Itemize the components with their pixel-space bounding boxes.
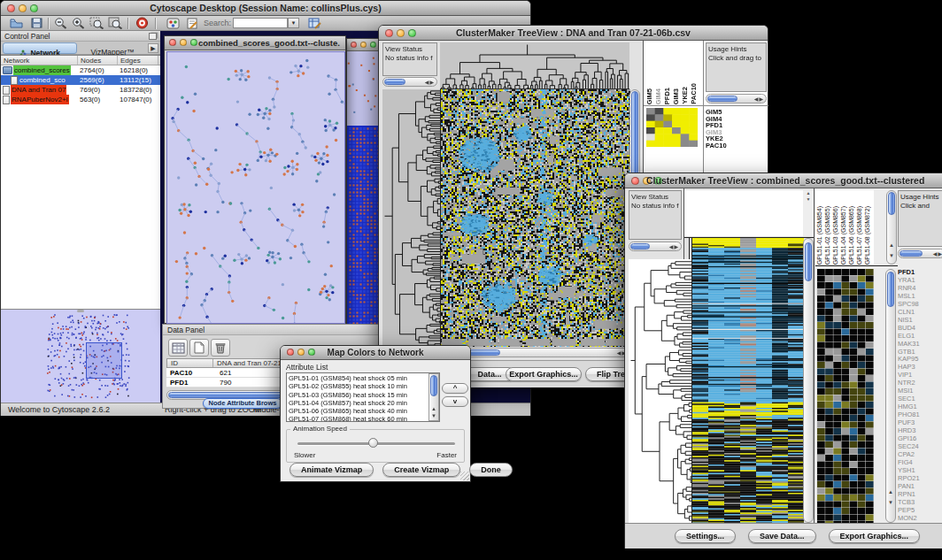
window-controls[interactable] <box>351 42 376 48</box>
treeview2-titlebar[interactable]: ClusterMaker TreeView : combined_scores_… <box>625 173 942 188</box>
scroll-up-icon[interactable]: ▲ <box>429 406 438 412</box>
open-folder-icon[interactable] <box>8 16 25 30</box>
tv1-summary-matrix[interactable] <box>646 108 698 147</box>
scroll-up-icon[interactable]: ▲ <box>886 489 895 495</box>
tv2-status-scrollbar[interactable]: ◀▶ <box>629 242 682 251</box>
zoom-fit-icon[interactable] <box>107 16 124 30</box>
network-row[interactable]: combined_scores 2764(0) 16218(0) <box>1 65 160 75</box>
zoom-selected-icon[interactable] <box>89 16 105 30</box>
treeview1-titlebar[interactable]: ClusterMaker TreeView : DNA and Tran 07-… <box>379 26 768 41</box>
tv2-action-button[interactable]: Settings... <box>675 529 736 543</box>
tv1-status-scrollbar[interactable]: ◀▶ <box>382 77 437 87</box>
move-up-button[interactable]: ^ <box>442 383 468 394</box>
birdseye-overview[interactable] <box>1 309 160 408</box>
tv2-usage-hints-title: Usage Hints <box>900 193 939 201</box>
tab-network[interactable]: Network <box>3 42 77 54</box>
dialog-titlebar[interactable]: Map Colors to Network <box>281 346 470 360</box>
close-icon[interactable] <box>631 177 639 185</box>
tv1-export-graphics-button[interactable]: Export Graphics... <box>506 367 582 381</box>
tv2-gene-list: PFD1YRA1RNR4MSL1SPC98CLN1NIS1BUD4ELG1MAK… <box>898 269 942 523</box>
tab-vizmapper[interactable]: VizMapper™ <box>79 42 146 54</box>
scroll-down-icon[interactable]: ▼ <box>887 253 896 259</box>
network-row-icon <box>3 86 10 95</box>
zoom-out-icon[interactable] <box>52 16 69 30</box>
tv2-col-mini-scroll[interactable]: ▲▼ <box>803 190 814 236</box>
zoom-window-icon[interactable] <box>190 39 197 46</box>
column-label: PAC10 <box>690 83 699 104</box>
attribute-list-item[interactable]: GPL51-03 (GSM856) heat shock 15 min <box>287 391 429 399</box>
scroll-arrows-icon[interactable]: ◀▶ <box>669 243 679 250</box>
float-panel-icon[interactable] <box>149 33 157 40</box>
tab-overflow-icon[interactable]: ▶ <box>148 43 158 53</box>
close-icon[interactable] <box>385 29 393 37</box>
network-row[interactable]: RNAPuberNov2+I 563(0) 107847(0) <box>1 95 160 104</box>
column-label: GPL51-06 (GSM865) <box>847 206 855 265</box>
tv1-column-dendrogram[interactable] <box>440 42 629 89</box>
resize-grip-icon[interactable] <box>460 472 469 480</box>
search-dropdown-button[interactable]: ▼ <box>288 18 299 28</box>
dialog-action-button[interactable]: Done <box>469 463 513 477</box>
network-row[interactable]: DNA and Tran 07 769(0) 183728(0) <box>1 85 160 95</box>
tv2-action-button[interactable]: Save Data... <box>748 529 816 543</box>
attribute-list-item[interactable]: GPL51-04 (GSM857) heat shock 20 min <box>287 399 429 407</box>
main-titlebar[interactable]: Cytoscape Desktop (Session Name: collins… <box>1 1 530 16</box>
vizmapper-icon[interactable] <box>165 16 181 30</box>
column-label: GIM5 <box>645 88 654 104</box>
column-label: GPL51-08 (GSM872) <box>863 206 871 265</box>
network-row[interactable]: combined_sco 2569(6) 13112(15) <box>1 75 160 85</box>
attribute-list-item[interactable]: GPL51-01 (GSM854) heat shock 05 min <box>287 374 429 382</box>
attribute-list-item[interactable]: GPL51-07 (GSM868) heat shock 60 min <box>287 415 429 422</box>
attribute-list-item[interactable]: GPL51-02 (GSM855) heat shock 10 min <box>287 382 429 390</box>
window-controls[interactable] <box>169 39 197 46</box>
scroll-arrows-icon[interactable]: ◀▶ <box>933 250 942 257</box>
control-panel-title: Control Panel <box>4 32 50 41</box>
tv1-heatmap[interactable] <box>440 89 630 347</box>
tv2-heatmap-vscrollbar[interactable] <box>803 238 814 523</box>
network-table-header[interactable]: NetworkNodesEdges <box>1 56 160 65</box>
tv2-collabel-scrollbar[interactable]: ▲▼ <box>886 190 897 265</box>
scroll-arrows-icon[interactable]: ◀▶ <box>754 96 764 103</box>
close-icon[interactable] <box>7 4 15 12</box>
tv2-gene-scrollbar[interactable]: ▲▼ <box>885 269 896 523</box>
dialog-action-button[interactable]: Create Vizmap <box>382 463 460 477</box>
dialog-action-button[interactable]: Animate Vizmap <box>290 463 374 477</box>
panel-resize-grip[interactable] <box>77 310 84 312</box>
attribute-browser-icon[interactable] <box>306 16 323 30</box>
tv2-action-button[interactable]: Export Graphics... <box>829 529 921 543</box>
scroll-up-icon[interactable]: ▲ <box>887 242 896 249</box>
attribute-listbox[interactable]: GPL51-01 (GSM854) heat shock 05 minGPL51… <box>286 372 440 422</box>
delete-trash-icon[interactable] <box>211 339 230 357</box>
help-lifesaver-icon[interactable] <box>134 16 151 30</box>
close-icon[interactable] <box>169 39 176 46</box>
tv1-row-dendrogram[interactable] <box>382 89 440 347</box>
zoom-in-icon[interactable] <box>70 16 87 30</box>
network-canvas[interactable] <box>166 51 345 324</box>
birdseye-canvas[interactable] <box>1 311 158 408</box>
tv2-column-dendrogram-area <box>684 190 803 236</box>
zoom-window-icon[interactable] <box>370 42 376 48</box>
tv2-heatmap[interactable] <box>691 238 804 523</box>
new-file-icon[interactable] <box>189 339 209 357</box>
scroll-arrows-icon[interactable]: ◀▶ <box>425 79 435 86</box>
search-input[interactable] <box>233 18 288 28</box>
scroll-down-icon[interactable]: ▼ <box>886 500 895 506</box>
scroll-down-icon[interactable]: ▼ <box>429 413 438 419</box>
close-icon[interactable] <box>351 42 357 48</box>
node-attribute-browser-button[interactable]: Node Attribute Brows <box>203 398 282 409</box>
tv1-hints-scrollbar[interactable]: ◀▶ <box>706 94 767 104</box>
close-icon[interactable] <box>287 349 294 356</box>
attribute-list-item[interactable]: GPL51-06 (GSM865) heat shock 40 min <box>287 407 429 415</box>
speed-slider-thumb[interactable] <box>368 438 378 448</box>
annotation-icon[interactable] <box>184 16 201 30</box>
attribute-table-icon[interactable] <box>168 339 188 357</box>
minimize-icon[interactable] <box>360 42 367 48</box>
tv2-hints-scrollbar[interactable]: ◀▶ <box>898 249 942 258</box>
move-down-button[interactable]: v <box>442 396 468 407</box>
column-label: GPL51-03 (GSM856) <box>831 206 839 265</box>
minimize-icon[interactable] <box>180 39 187 46</box>
tv2-row-dendrogram[interactable] <box>629 259 691 523</box>
column-label: GPL51-04 (GSM857) <box>839 206 847 265</box>
attribute-list-scrollbar[interactable]: ▲▼ <box>429 373 439 421</box>
save-icon[interactable] <box>28 16 45 30</box>
tv2-cluster-heatmap[interactable] <box>817 269 874 523</box>
